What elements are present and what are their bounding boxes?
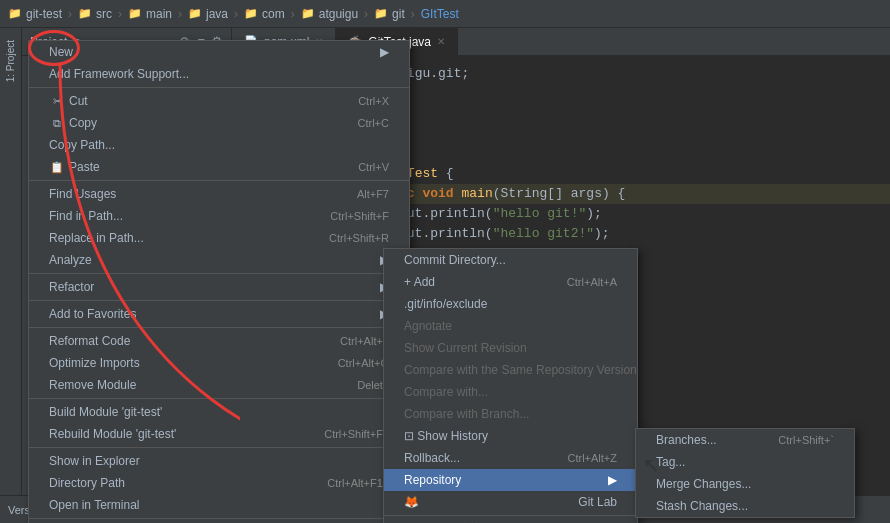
breadcrumb-src[interactable]: src: [96, 7, 112, 21]
java-folder-icon: 📁: [188, 7, 202, 20]
vcs-show-current-revision: Show Current Revision: [384, 337, 637, 359]
menu-item-paste[interactable]: 📋Paste Ctrl+V: [29, 156, 409, 178]
vcs-submenu: Commit Directory... + Add Ctrl+Alt+A .gi…: [383, 248, 638, 523]
separator-7: [29, 447, 409, 448]
menu-item-rebuild-module[interactable]: Rebuild Module 'git-test' Ctrl+Shift+F9: [29, 423, 409, 445]
vcs-compare-branch: Compare with Branch...: [384, 403, 637, 425]
separator-6: [29, 398, 409, 399]
vcs-gitlab[interactable]: 🦊 Git Lab: [384, 491, 637, 513]
repo-merge-changes[interactable]: Merge Changes...: [636, 473, 854, 495]
menu-item-analyze[interactable]: Analyze ▶: [29, 249, 409, 271]
menu-item-optimize-imports[interactable]: Optimize Imports Ctrl+Alt+O: [29, 352, 409, 374]
menu-item-build-module[interactable]: Build Module 'git-test': [29, 401, 409, 423]
menu-item-new[interactable]: New ▶: [29, 41, 409, 63]
breadcrumb-java[interactable]: java: [206, 7, 228, 21]
repo-tag[interactable]: Tag...: [636, 451, 854, 473]
menu-item-open-terminal[interactable]: Open in Terminal: [29, 494, 409, 516]
vcs-add[interactable]: + Add Ctrl+Alt+A: [384, 271, 637, 293]
vcs-compare-with: Compare with...: [384, 381, 637, 403]
breadcrumb-gittest[interactable]: GItTest: [421, 7, 459, 21]
vcs-show-history[interactable]: ⊡ Show History: [384, 425, 637, 447]
atguigu-folder-icon: 📁: [301, 7, 315, 20]
breadcrumb-git-test[interactable]: git-test: [26, 7, 62, 21]
separator-8: [29, 518, 409, 519]
vcs-agnotate: Agnotate: [384, 315, 637, 337]
separator-2: [29, 180, 409, 181]
vcs-sep: [384, 515, 637, 516]
menu-item-remove-module[interactable]: Remove Module Delete: [29, 374, 409, 396]
menu-item-copy[interactable]: ⧉Copy Ctrl+C: [29, 112, 409, 134]
breadcrumb-com[interactable]: com: [262, 7, 285, 21]
repo-stash-changes[interactable]: Stash Changes...: [636, 495, 854, 517]
vcs-compare-same-repo: Compare with the Same Repository Version: [384, 359, 637, 381]
menu-item-show-explorer[interactable]: Show in Explorer: [29, 450, 409, 472]
vcs-rollback[interactable]: Rollback... Ctrl+Alt+Z: [384, 447, 637, 469]
breadcrumb-atguigu[interactable]: atguigu: [319, 7, 358, 21]
copy-icon: ⧉: [49, 117, 65, 130]
vcs-repository[interactable]: Repository ▶: [384, 469, 637, 491]
menu-item-add-favorites[interactable]: Add to Favorites ▶: [29, 303, 409, 325]
menu-item-find-usages[interactable]: Find Usages Alt+F7: [29, 183, 409, 205]
cut-icon: ✂: [49, 95, 65, 108]
arrow-icon-repository: ▶: [608, 473, 617, 487]
sidebar-tab-project[interactable]: 1: Project: [3, 32, 18, 90]
git-sub-folder-icon: 📁: [374, 7, 388, 20]
vcs-gitinfo-exclude[interactable]: .git/info/exclude: [384, 293, 637, 315]
separator-5: [29, 327, 409, 328]
separator-1: [29, 87, 409, 88]
menu-item-reformat[interactable]: Reformat Code Ctrl+Alt+L: [29, 330, 409, 352]
repository-submenu: Branches... Ctrl+Shift+` Tag... Merge Ch…: [635, 428, 855, 518]
arrow-icon-new: ▶: [380, 45, 389, 59]
vcs-paths-bar[interactable]: Paths: All ▼ ⬇ ⬆ ↓ ↑ 👁 ↕: [384, 518, 637, 523]
vcs-commit-directory[interactable]: Commit Directory...: [384, 249, 637, 271]
sidebar-strip: 1: Project: [0, 28, 22, 523]
main-folder-icon: 📁: [128, 7, 142, 20]
tab-gittest-close[interactable]: ✕: [437, 36, 445, 47]
menu-item-refactor[interactable]: Refactor ▶: [29, 276, 409, 298]
repo-branches[interactable]: Branches... Ctrl+Shift+`: [636, 429, 854, 451]
menu-item-directory-path[interactable]: Directory Path Ctrl+Alt+F12: [29, 472, 409, 494]
separator-4: [29, 300, 409, 301]
menu-item-copy-path[interactable]: Copy Path...: [29, 134, 409, 156]
src-folder-icon: 📁: [78, 7, 92, 20]
com-folder-icon: 📁: [244, 7, 258, 20]
menu-item-replace-in-path[interactable]: Replace in Path... Ctrl+Shift+R: [29, 227, 409, 249]
main-context-menu: New ▶ Add Framework Support... ✂Cut Ctrl…: [28, 40, 410, 523]
menu-item-cut[interactable]: ✂Cut Ctrl+X: [29, 90, 409, 112]
breadcrumb-git[interactable]: git: [392, 7, 405, 21]
separator-3: [29, 273, 409, 274]
breadcrumb-main[interactable]: main: [146, 7, 172, 21]
git-folder-icon: 📁: [8, 7, 22, 20]
paste-icon: 📋: [49, 161, 65, 174]
breadcrumb-bar: 📁 git-test › 📁 src › 📁 main › 📁 java › 📁…: [0, 0, 890, 28]
menu-item-find-in-path[interactable]: Find in Path... Ctrl+Shift+F: [29, 205, 409, 227]
menu-item-add-framework[interactable]: Add Framework Support...: [29, 63, 409, 85]
